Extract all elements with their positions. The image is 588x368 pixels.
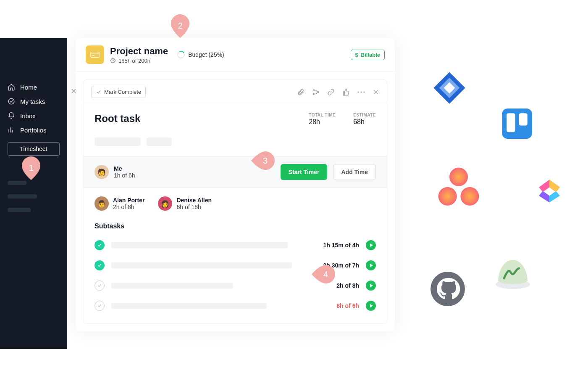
nav-inbox[interactable]: Inbox	[0, 109, 67, 123]
svg-point-3	[313, 90, 314, 91]
nav-portfolios[interactable]: Portfolios	[0, 123, 67, 137]
trello-logo-icon	[502, 109, 532, 140]
close-icon[interactable]	[373, 89, 379, 95]
check-circle-icon	[8, 98, 15, 105]
subtask-title-placeholder	[111, 262, 292, 268]
clock-icon	[110, 58, 116, 64]
nav-home[interactable]: Home	[0, 80, 67, 94]
nav-label: Inbox	[20, 112, 36, 119]
basecamp-logo-icon	[495, 257, 531, 291]
check-complete-icon[interactable]	[94, 240, 105, 250]
total-time-stat: TOTAL TIME 28h	[309, 113, 336, 126]
nav-label: Home	[20, 84, 37, 91]
play-timer-button[interactable]	[366, 281, 376, 291]
start-timer-button[interactable]: Start Timer	[281, 164, 328, 180]
svg-point-8	[363, 91, 365, 93]
subtasks-heading: Subtasks	[94, 222, 376, 230]
nav-label: Portfolios	[20, 127, 47, 134]
contributor-name: Denise Allen	[176, 197, 212, 204]
svg-rect-1	[91, 52, 99, 58]
dollar-icon: $	[355, 52, 358, 58]
detail-panel: Project name 185h of 200h Budget (25%) $…	[76, 38, 395, 331]
subtask-title-placeholder	[111, 303, 267, 309]
svg-point-5	[318, 91, 319, 93]
contributor-time: 2h of 8h	[113, 204, 144, 210]
sidebar-placeholder	[8, 194, 37, 199]
clickup-logo-icon	[534, 175, 564, 207]
subtask-title-placeholder	[111, 242, 288, 248]
nav-mytasks[interactable]: My tasks	[0, 94, 67, 109]
check-icon	[96, 89, 102, 95]
budget-indicator: Budget (25%)	[177, 51, 224, 58]
task-panel: Mark Complete Root task TOTAL TIME 28h	[83, 79, 387, 324]
bars-icon	[8, 126, 15, 134]
subtask-time: 2h of 8h	[336, 282, 359, 289]
svg-point-7	[360, 91, 362, 93]
subtask-time: 1h 15m of 4h	[323, 242, 359, 249]
subtask-row: 8h of 6h	[94, 301, 376, 311]
callout-marker-2: 2	[171, 14, 189, 38]
subtask-row: 2h 30m of 7h	[94, 260, 376, 270]
estimate-stat: ESTIMATE 68h	[353, 113, 376, 126]
project-title: Project name	[110, 46, 168, 57]
nav-label: My tasks	[20, 98, 45, 105]
jira-logo-icon	[431, 70, 467, 108]
svg-point-4	[313, 93, 314, 95]
subtask-title-placeholder	[111, 283, 233, 289]
project-header: Project name 185h of 200h Budget (25%) $…	[76, 38, 395, 72]
sidebar-placeholder	[8, 181, 26, 185]
tag-placeholders	[94, 138, 376, 146]
svg-point-0	[8, 98, 14, 104]
task-title: Root task	[94, 113, 140, 124]
contributor-time: 6h of 18h	[176, 204, 212, 210]
billable-badge[interactable]: $ Billable	[351, 50, 385, 60]
check-incomplete-icon[interactable]	[94, 281, 105, 291]
subtask-time: 2h 30m of 7h	[323, 262, 359, 269]
progress-ring-icon	[176, 50, 186, 59]
like-icon[interactable]	[342, 88, 350, 96]
svg-rect-9	[502, 109, 532, 139]
svg-point-12	[449, 168, 468, 186]
sidebar: Home My tasks Inbox Portfolios Timesheet	[0, 38, 67, 349]
svg-rect-11	[519, 113, 528, 125]
user-name: Me	[114, 165, 135, 172]
svg-point-13	[438, 187, 457, 206]
link-icon[interactable]	[327, 88, 335, 96]
avatar: 🧑	[94, 165, 109, 179]
mark-complete-button[interactable]: Mark Complete	[91, 86, 146, 98]
subtask-time: 8h of 6h	[336, 302, 359, 309]
play-timer-button[interactable]	[366, 301, 376, 311]
bell-icon	[8, 112, 15, 119]
attachment-icon[interactable]	[297, 88, 304, 96]
project-hours: 185h of 200h	[110, 58, 168, 64]
svg-rect-10	[507, 113, 515, 132]
play-timer-button[interactable]	[366, 260, 376, 270]
contributors-row: 👨 Alan Porter 2h of 8h 👩 Denise Allen 6h…	[94, 196, 376, 211]
sidebar-placeholder	[8, 208, 31, 212]
subtask-row: 1h 15m of 4h	[94, 240, 376, 250]
home-icon	[8, 83, 15, 91]
svg-point-6	[357, 91, 359, 93]
check-incomplete-icon[interactable]	[94, 301, 105, 311]
current-user-row: 🧑 Me 1h of 6h Start Timer Add Time	[84, 156, 387, 188]
user-time: 1h of 6h	[114, 172, 135, 179]
sub-branch-icon[interactable]	[312, 88, 320, 96]
timesheet-button[interactable]: Timesheet	[8, 142, 60, 156]
asana-logo-icon	[436, 165, 482, 213]
project-icon	[86, 45, 104, 64]
avatar: 👨	[94, 196, 109, 211]
subtask-row: 2h of 8h	[94, 281, 376, 291]
svg-point-14	[460, 187, 479, 206]
check-complete-icon[interactable]	[94, 260, 105, 270]
github-logo-icon	[430, 272, 465, 308]
add-time-button[interactable]: Add Time	[333, 164, 376, 180]
contributor-name: Alan Porter	[113, 197, 144, 204]
task-toolbar: Mark Complete	[84, 80, 387, 104]
play-timer-button[interactable]	[366, 240, 376, 250]
more-icon[interactable]	[357, 91, 365, 93]
avatar: 👩	[158, 196, 172, 211]
